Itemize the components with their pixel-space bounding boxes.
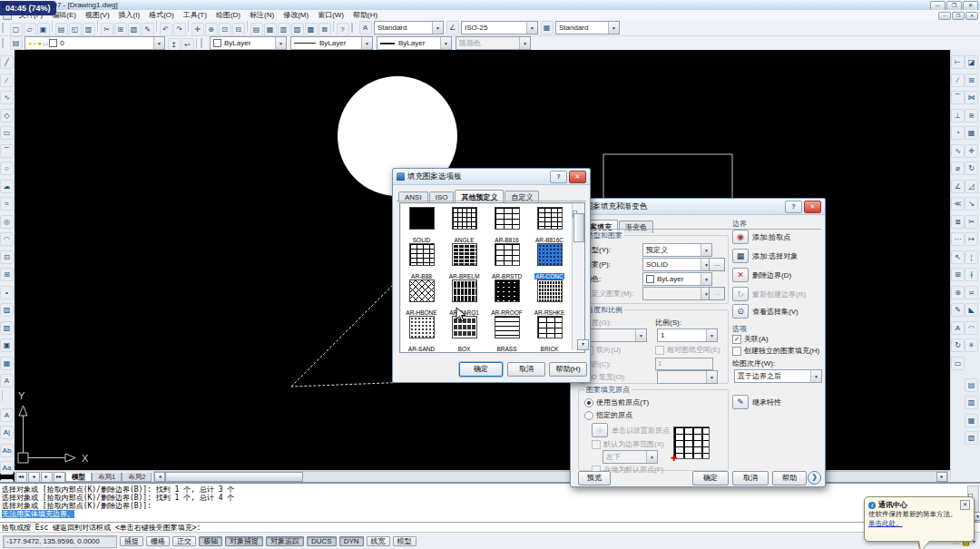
preview-button[interactable]: 预览 (578, 471, 611, 485)
explode-icon[interactable]: ✳ (965, 338, 978, 352)
doc-close-button[interactable]: ✕ (965, 12, 978, 20)
tab-first-button[interactable]: ◂◂ (15, 472, 27, 483)
quick-dimension-icon[interactable]: ≪ (951, 197, 965, 211)
layer-properties-manager-icon[interactable]: ▤ (10, 36, 23, 50)
status-toggle-2[interactable]: 正交 (172, 536, 196, 546)
status-toggle-1[interactable]: 栅格 (146, 536, 170, 546)
view-selections-button[interactable]: ⊙ 查看选择集(V) (732, 304, 799, 319)
ellipse-arc-icon[interactable]: ◠ (0, 232, 14, 246)
pattern-ar-b816[interactable]: AR-B816 (485, 207, 528, 243)
gradient-icon[interactable]: ▧ (0, 321, 14, 335)
ok-button[interactable]: 确定 (459, 362, 503, 377)
tab-next-button[interactable]: ▸ (41, 472, 53, 483)
pattern-ar-b88[interactable]: AR-B88 (400, 243, 443, 279)
pattern-brick[interactable]: BRICK (528, 316, 571, 352)
jogged-dimension-icon[interactable]: ∿ (951, 144, 965, 158)
hatch-color-dropdown[interactable]: ByLayer ▼ (642, 272, 712, 286)
menu-item-5[interactable]: 工具(T) (179, 11, 211, 19)
mirror-icon[interactable]: ⋈ (965, 91, 978, 104)
array-icon[interactable]: ▦ (965, 126, 978, 140)
scroll-right-icon[interactable]: ▸ (936, 472, 947, 482)
balloon-link[interactable]: 单击此处。 (868, 519, 903, 527)
move-icon[interactable]: ✛ (965, 144, 978, 158)
dialog-title-bar[interactable]: 填充图案选项板 ? ✕ (393, 169, 590, 185)
status-toggle-5[interactable]: 对象追踪 (266, 536, 304, 546)
specified-origin-radio[interactable]: 指定的原点 (584, 410, 632, 420)
arc-icon[interactable]: ⌒ (0, 144, 14, 158)
linear-dimension-icon[interactable]: ⊢ (951, 55, 965, 69)
menu-item-6[interactable]: 绘图(D) (211, 11, 245, 19)
toolbar-grip[interactable] (2, 23, 7, 33)
dialog-help-button[interactable]: ? (785, 201, 802, 213)
pattern-brass[interactable]: BRASS (485, 316, 528, 352)
plot-icon[interactable]: ▤ (55, 23, 68, 36)
find-and-replace-icon[interactable]: Ab (0, 444, 14, 457)
center-mark-icon[interactable]: ⊕ (951, 286, 965, 299)
status-toggle-9[interactable]: 模型 (393, 536, 416, 546)
status-toggle-7[interactable]: DYN (339, 536, 364, 546)
tab-prev-button[interactable]: ◂ (28, 472, 40, 483)
trim-icon[interactable]: ✂ (965, 215, 978, 229)
diameter-dimension-icon[interactable]: ⌀ (951, 162, 965, 175)
pattern-solid[interactable]: SOLID (400, 207, 443, 243)
chevron-down-icon[interactable]: ▼ (526, 22, 537, 34)
text-style-icon[interactable]: Aa (0, 461, 14, 475)
paste-icon[interactable]: ▧ (128, 23, 141, 36)
tab-last-button[interactable]: ▸▸ (54, 472, 65, 483)
chevron-down-icon[interactable]: ▼ (608, 22, 619, 34)
table-style-dropdown[interactable]: Standard ▼ (555, 21, 620, 34)
make-block-icon[interactable]: ⊞ (0, 268, 14, 281)
multiline-text-icon[interactable]: A (0, 374, 14, 387)
status-toggle-6[interactable]: DUCS (307, 536, 337, 546)
baseline-dimension-icon[interactable]: ≣ (951, 215, 965, 229)
coordinates-display[interactable]: -177.9472, 135.9596, 0.0000 (3, 535, 117, 548)
radius-dimension-icon[interactable]: ◔ (951, 126, 965, 140)
doc-restore-button[interactable]: ❐ (952, 12, 965, 20)
angular-dimension-icon[interactable]: ∠ (951, 180, 965, 193)
status-toggle-4[interactable]: 对象捕捉 (225, 536, 263, 546)
new-file-icon[interactable]: ▢ (10, 23, 23, 36)
arc-length-dimension-icon[interactable]: ⌒ (951, 91, 965, 104)
doc-minimize-button[interactable]: ─ (938, 12, 951, 20)
break-icon[interactable]: ∤ (965, 268, 978, 281)
copy-object-icon[interactable]: ⊞ (965, 74, 978, 87)
chamfer-icon[interactable]: ◣ (965, 303, 978, 317)
pattern-ar-brelm[interactable]: AR-BRELM (443, 243, 485, 279)
bring-to-front-icon[interactable]: ▤ (965, 378, 978, 392)
model-tab-1[interactable]: 布局1 (92, 473, 122, 482)
toolbar-grip[interactable] (201, 38, 206, 48)
dialog-close-button[interactable]: ✕ (569, 171, 586, 183)
sheet-set-manager-icon[interactable]: ▨ (291, 23, 304, 36)
pattern-ar-hbone[interactable]: AR-HBONE (400, 279, 443, 316)
menu-item-7[interactable]: 标注(N) (245, 11, 279, 19)
chevron-down-icon[interactable]: ▼ (153, 37, 164, 49)
text-style-dropdown[interactable]: Standard ▼ (374, 21, 444, 34)
plot-preview-icon[interactable]: ◱ (69, 23, 82, 36)
table-icon[interactable]: ▦ (0, 357, 14, 370)
scrollbar-thumb[interactable] (165, 472, 303, 482)
scrollbar-thumb[interactable] (573, 213, 584, 242)
join-icon[interactable]: ≍ (965, 286, 978, 299)
chevron-down-icon[interactable]: ▼ (432, 22, 443, 34)
polygon-icon[interactable]: ◇ (0, 109, 14, 123)
erase-icon[interactable]: ◪ (965, 55, 978, 69)
line-icon[interactable]: ╱ (0, 55, 14, 69)
lineweight-dropdown[interactable]: ByLayer ▼ (377, 36, 452, 50)
rectangle-icon[interactable]: ▭ (0, 126, 14, 140)
pattern-ar-sand[interactable]: AR-SAND (400, 316, 443, 352)
continue-dimension-icon[interactable]: ⋯ (951, 232, 965, 246)
zoom-window-icon[interactable]: ⊡ (219, 23, 231, 36)
color-dropdown[interactable]: ByLayer ▼ (210, 36, 287, 50)
more-options-button[interactable]: ❯ (808, 471, 821, 485)
pattern-ar-rshke[interactable]: AR-RSHKE (528, 279, 571, 316)
send-to-back-icon[interactable]: ▥ (965, 396, 978, 409)
circle-icon[interactable]: ○ (0, 162, 14, 175)
designcenter-icon[interactable]: ▦ (264, 23, 277, 36)
dialog-title-bar[interactable]: 图案填充和渐变色 ? ✕ (571, 199, 825, 215)
match-properties-icon[interactable]: ✎ (142, 23, 154, 36)
bring-above-objects-icon[interactable]: ▦ (965, 414, 978, 427)
spline-icon[interactable]: ≈ (0, 197, 14, 211)
scale-dropdown[interactable]: 1 ▼ (657, 328, 718, 342)
status-toggle-3[interactable]: 极轴 (199, 536, 222, 546)
type-dropdown[interactable]: 预定义 ▼ (642, 243, 712, 257)
